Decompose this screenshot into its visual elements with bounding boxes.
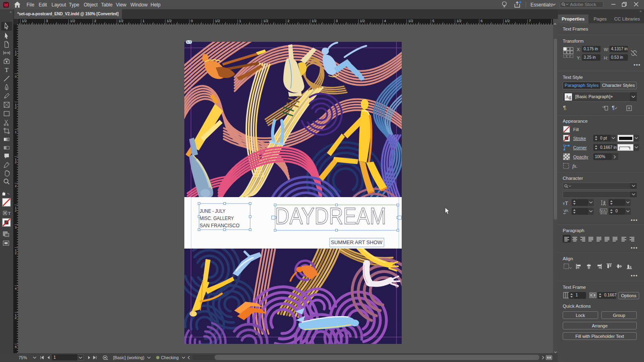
svg-text:SAN FRANCISCO: SAN FRANCISCO — [200, 223, 239, 228]
svg-text:T: T — [8, 211, 10, 216]
svg-text:DAYDREAM: DAYDREAM — [275, 203, 386, 229]
svg-text:A: A — [603, 202, 606, 206]
svg-text:SUMMER ART SHOW: SUMMER ART SHOW — [331, 239, 382, 245]
svg-text:Id: Id — [4, 3, 8, 7]
svg-text:A: A — [603, 209, 606, 213]
svg-text:T: T — [5, 67, 8, 73]
svg-text:V: V — [601, 209, 603, 213]
svg-text:MISC. GALLERY: MISC. GALLERY — [200, 216, 234, 221]
svg-text:JUNE - JULY: JUNE - JULY — [200, 208, 226, 214]
